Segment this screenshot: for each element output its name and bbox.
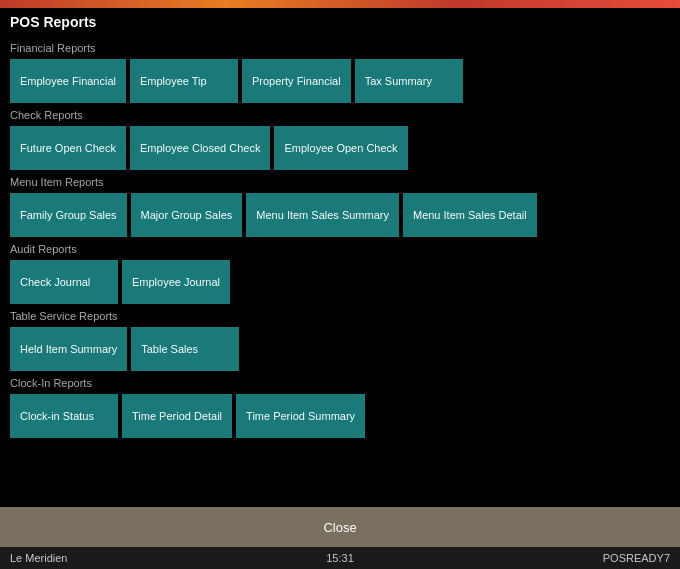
report-btn-3-0[interactable]: Check Journal <box>10 260 118 304</box>
button-row-1: Future Open CheckEmployee Closed CheckEm… <box>10 126 670 170</box>
report-btn-3-1[interactable]: Employee Journal <box>122 260 230 304</box>
section-label-0: Financial Reports <box>10 42 670 54</box>
top-bar <box>0 0 680 8</box>
report-btn-0-3[interactable]: Tax Summary <box>355 59 463 103</box>
report-btn-2-2[interactable]: Menu Item Sales Summary <box>246 193 399 237</box>
section-label-3: Audit Reports <box>10 243 670 255</box>
close-button[interactable]: Close <box>323 520 356 535</box>
report-btn-2-1[interactable]: Major Group Sales <box>131 193 243 237</box>
report-btn-0-2[interactable]: Property Financial <box>242 59 351 103</box>
report-btn-0-1[interactable]: Employee Tip <box>130 59 238 103</box>
section-label-1: Check Reports <box>10 109 670 121</box>
status-center: 15:31 <box>230 552 450 564</box>
button-row-4: Held Item SummaryTable Sales <box>10 327 670 371</box>
title-text: POS Reports <box>10 14 96 30</box>
report-btn-1-2[interactable]: Employee Open Check <box>274 126 407 170</box>
report-btn-1-1[interactable]: Employee Closed Check <box>130 126 270 170</box>
report-btn-4-1[interactable]: Table Sales <box>131 327 239 371</box>
status-right: POSREADY7 <box>450 552 670 564</box>
bottom-bar: Close <box>0 507 680 547</box>
status-left: Le Meridien <box>10 552 230 564</box>
section-label-5: Clock-In Reports <box>10 377 670 389</box>
report-btn-5-2[interactable]: Time Period Summary <box>236 394 365 438</box>
report-btn-2-0[interactable]: Family Group Sales <box>10 193 127 237</box>
report-btn-1-0[interactable]: Future Open Check <box>10 126 126 170</box>
section-label-4: Table Service Reports <box>10 310 670 322</box>
report-btn-4-0[interactable]: Held Item Summary <box>10 327 127 371</box>
report-btn-0-0[interactable]: Employee Financial <box>10 59 126 103</box>
button-row-3: Check JournalEmployee Journal <box>10 260 670 304</box>
reports-content: Financial ReportsEmployee FinancialEmplo… <box>0 36 680 531</box>
button-row-5: Clock-in StatusTime Period DetailTime Pe… <box>10 394 670 438</box>
status-bar: Le Meridien 15:31 POSREADY7 <box>0 547 680 569</box>
report-btn-2-3[interactable]: Menu Item Sales Detail <box>403 193 537 237</box>
report-btn-5-1[interactable]: Time Period Detail <box>122 394 232 438</box>
report-btn-5-0[interactable]: Clock-in Status <box>10 394 118 438</box>
button-row-2: Family Group SalesMajor Group SalesMenu … <box>10 193 670 237</box>
page-title: POS Reports <box>0 8 680 36</box>
section-label-2: Menu Item Reports <box>10 176 670 188</box>
button-row-0: Employee FinancialEmployee TipProperty F… <box>10 59 670 103</box>
